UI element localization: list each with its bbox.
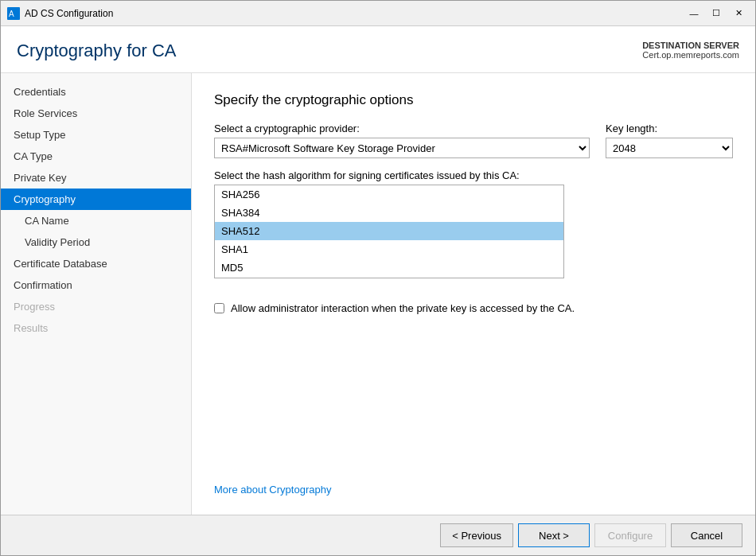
minimize-button[interactable]: — [684,6,704,21]
sidebar-item-results: Results [1,317,191,339]
title-bar: A AD CS Configuration — ☐ ✕ [1,1,755,26]
footer: < Previous Next > Configure Cancel [1,515,755,555]
provider-keylength-row: Select a cryptographic provider: RSA#Mic… [214,122,733,158]
hash-item-md5[interactable]: MD5 [215,259,563,277]
sidebar-item-progress: Progress [1,296,191,317]
title-bar-buttons: — ☐ ✕ [684,6,749,21]
section-title: Specify the cryptographic options [214,92,733,108]
destination-value: Cert.op.memreports.com [642,50,739,60]
destination-server: DESTINATION SERVER Cert.op.memreports.co… [642,41,739,60]
sidebar-item-certificate-database[interactable]: Certificate Database [1,253,191,274]
sidebar-item-validity-period[interactable]: Validity Period [1,231,191,253]
page-title: Cryptography for CA [17,41,177,61]
sidebar-item-role-services[interactable]: Role Services [1,103,191,124]
app-icon: A [7,7,20,20]
previous-button[interactable]: < Previous [440,523,513,547]
main-content: Specify the cryptographic options Select… [192,73,755,515]
configure-button[interactable]: Configure [594,523,666,547]
header: Cryptography for CA DESTINATION SERVER C… [1,26,755,73]
hash-item-sha256[interactable]: SHA256 [215,185,563,204]
sidebar-item-credentials[interactable]: Credentials [1,81,191,103]
checkbox-row: Allow administrator interaction when the… [214,302,733,314]
more-link[interactable]: More about Cryptography [214,484,331,496]
sidebar: CredentialsRole ServicesSetup TypeCA Typ… [1,73,192,515]
key-length-group: Key length: 102420484096 [606,122,733,158]
sidebar-item-cryptography[interactable]: Cryptography [1,189,191,210]
provider-select[interactable]: RSA#Microsoft Software Key Storage Provi… [214,138,590,158]
sidebar-item-setup-type[interactable]: Setup Type [1,124,191,146]
title-bar-text: AD CS Configuration [25,8,684,19]
hash-row: Select the hash algorithm for signing ce… [214,169,733,278]
hash-list: SHA256SHA384SHA512SHA1MD5 [215,185,563,277]
sidebar-item-confirmation[interactable]: Confirmation [1,274,191,296]
key-length-select[interactable]: 102420484096 [606,138,733,158]
content-area: CredentialsRole ServicesSetup TypeCA Typ… [1,73,755,515]
svg-text:A: A [9,10,14,18]
provider-label: Select a cryptographic provider: [214,122,590,134]
maximize-button[interactable]: ☐ [706,6,727,21]
more-link-container: More about Cryptography [214,484,733,496]
admin-interaction-checkbox[interactable] [214,303,224,313]
main-window: A AD CS Configuration — ☐ ✕ Cryptography… [0,0,756,556]
key-length-label: Key length: [606,122,733,134]
checkbox-label: Allow administrator interaction when the… [231,302,575,314]
hash-label: Select the hash algorithm for signing ce… [214,169,733,181]
provider-group: Select a cryptographic provider: RSA#Mic… [214,122,590,158]
sidebar-item-ca-type[interactable]: CA Type [1,146,191,167]
close-button[interactable]: ✕ [728,6,749,21]
sidebar-item-private-key[interactable]: Private Key [1,167,191,189]
destination-label: DESTINATION SERVER [642,41,739,50]
sidebar-item-ca-name[interactable]: CA Name [1,210,191,231]
hash-item-sha512[interactable]: SHA512 [215,222,563,240]
next-button[interactable]: Next > [518,523,590,547]
hash-list-container[interactable]: SHA256SHA384SHA512SHA1MD5 [214,185,564,278]
hash-item-sha384[interactable]: SHA384 [215,204,563,222]
hash-item-sha1[interactable]: SHA1 [215,240,563,259]
cancel-button[interactable]: Cancel [671,523,742,547]
